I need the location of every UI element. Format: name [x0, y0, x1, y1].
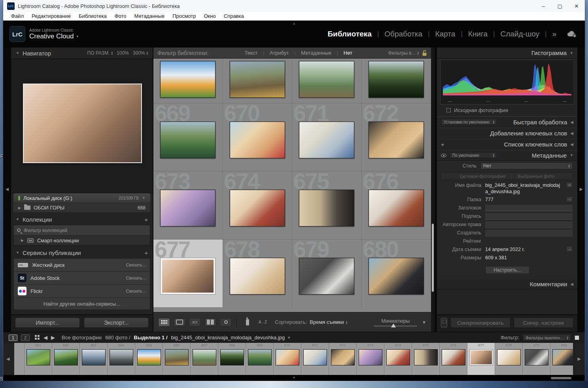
filter-tab-3[interactable]: Метаданные [298, 50, 335, 56]
histogram-header[interactable]: Гистограмма ▼ [437, 48, 577, 59]
filmstrip-cell-665[interactable]: 665 [135, 343, 163, 375]
metadata-field-input[interactable] [485, 221, 573, 228]
keywording-header[interactable]: Добавление ключевых слов ◀ [437, 127, 577, 139]
navigator-header[interactable]: ▼ Навигатор ПО РАЗМ. 100% 300% [11, 48, 153, 59]
menu-item-6[interactable]: Просмотр [168, 13, 200, 19]
slider-knob[interactable] [391, 323, 396, 327]
grid-shortcut-icon[interactable] [35, 335, 40, 340]
sync-settings-button[interactable]: Синхр. настроек [514, 318, 574, 328]
publish-service-connect-link[interactable]: Связать... [126, 276, 146, 280]
comments-header[interactable]: Комментарии ◀ [437, 278, 577, 289]
filmstrip-cell-675[interactable]: 675 [412, 343, 440, 375]
filmstrip-thumbnail[interactable] [26, 349, 50, 365]
filmstrip-thumbnail[interactable] [442, 349, 465, 365]
filmstrip-cell-674[interactable]: 674 [384, 343, 412, 375]
filmstrip-thumbnail[interactable] [386, 349, 410, 365]
grid-cell-669[interactable]: 669 [153, 103, 223, 171]
filmstrip-thumbnail[interactable] [331, 349, 355, 365]
checkbox-icon[interactable] [446, 108, 451, 112]
find-more-services-button[interactable]: Найти другие онлайн-сервисы... [14, 298, 150, 310]
filmstrip-cell-680[interactable]: 680 [550, 343, 573, 375]
publish-services-header[interactable]: ▼ Сервисы публикации + [11, 247, 153, 258]
collections-header[interactable]: ▼ Коллекции + [11, 214, 153, 225]
filmstrip-thumbnail[interactable] [110, 349, 133, 365]
quick-develop-header[interactable]: Установки по умолчанию Быстрая обработка… [437, 116, 577, 127]
painter-tool-button[interactable] [242, 318, 253, 327]
menu-item-7[interactable]: Окно [200, 13, 220, 19]
collapse-top-panel-arrow[interactable]: ▲ [292, 21, 296, 25]
photo-thumbnail[interactable] [160, 61, 216, 98]
grid-scrollbar-thumb[interactable] [432, 224, 434, 292]
filmstrip-thumbnail[interactable] [137, 349, 161, 365]
metadata-field-input[interactable] [485, 213, 573, 220]
menu-item-2[interactable]: Редактирование [28, 13, 75, 19]
filmstrip-cell-670[interactable]: 670 [274, 343, 301, 375]
original-photo-checkbox-row[interactable]: Исходная фотография [440, 105, 574, 115]
grid-cell-668[interactable] [362, 59, 431, 103]
filmstrip-thumbnail[interactable] [220, 349, 244, 365]
module-tab-5[interactable]: Слайд-шоу [501, 30, 540, 38]
filmstrip-thumbnail[interactable] [469, 349, 493, 365]
import-button[interactable]: Импорт... [15, 318, 80, 328]
grid-cell-665[interactable] [153, 59, 223, 103]
eye-icon[interactable] [441, 154, 446, 157]
metadata-field-input[interactable] [485, 230, 573, 236]
grid-cell-672[interactable]: 672 [362, 103, 431, 171]
grid-cell-666[interactable] [223, 59, 293, 103]
identity-dropdown-arrow[interactable]: ▾ [76, 34, 78, 38]
photo-thumbnail[interactable] [230, 61, 285, 98]
navigator-preview[interactable] [11, 59, 153, 193]
maximize-button[interactable]: ▢ [552, 0, 568, 12]
volume-browser-local-disk[interactable]: Локальный диск (G:) 221/339 ГБ ▼ [13, 193, 150, 203]
filmstrip-scroll-right-arrow[interactable]: ▶ [578, 356, 581, 361]
filmstrip-cell-673[interactable]: 673 [357, 343, 384, 375]
grid-cell-677[interactable]: 677 [153, 240, 223, 307]
add-collection-button[interactable]: + [144, 216, 148, 223]
open-list-icon[interactable]: ≡ [566, 182, 573, 188]
back-arrow-button[interactable]: ◀ [43, 335, 47, 340]
filmstrip-thumbnail[interactable] [248, 349, 272, 365]
collapse-bottom-panel-arrow[interactable]: ▼ [292, 376, 296, 380]
photo-thumbnail[interactable] [369, 190, 424, 226]
compare-view-button[interactable]: X|Y [189, 318, 201, 327]
menu-item-8[interactable]: Справка [220, 13, 248, 19]
photo-thumbnail[interactable] [369, 122, 424, 158]
photo-thumbnail[interactable] [299, 61, 354, 98]
navigator-fit-option[interactable]: ПО РАЗМ. [87, 50, 113, 56]
expand-arrow-icon[interactable]: ▶ [18, 206, 21, 210]
grid-cell-676[interactable]: 676 [362, 171, 431, 239]
publish-service-1[interactable]: Жесткий дискСвязать... [14, 259, 150, 272]
filmstrip-thumbnail[interactable] [525, 349, 548, 365]
module-tab-3[interactable]: Карта [435, 30, 456, 38]
photo-thumbnail[interactable] [160, 122, 216, 158]
keyword-list-header[interactable]: + Список ключевых слов ◀ [437, 139, 577, 150]
thumbnail-size-slider[interactable] [374, 325, 417, 327]
filter-tab-1[interactable]: Текст [241, 50, 261, 56]
survey-view-button[interactable] [204, 318, 216, 327]
module-overflow-chevron[interactable]: » [552, 30, 556, 38]
grid-cell-675[interactable]: 675 [292, 171, 362, 239]
filter-tab-4[interactable]: Нет [340, 50, 355, 56]
filmstrip-cell-677[interactable]: 677 [467, 343, 495, 375]
metadata-header[interactable]: По умолчанию Метаданные ▼ [437, 150, 577, 161]
add-keyword-button[interactable]: + [441, 141, 444, 148]
filmstrip-cell-664[interactable]: 664 [108, 343, 135, 375]
people-view-button[interactable] [220, 318, 232, 327]
customize-metadata-button[interactable]: Настроить... [485, 266, 529, 274]
filmstrip-thumbnail[interactable] [552, 349, 573, 365]
filmstrip-thumbnail[interactable] [165, 349, 189, 365]
module-tab-2[interactable]: Обработка [384, 30, 422, 38]
filmstrip-cell-679[interactable]: 679 [523, 343, 550, 375]
export-button[interactable]: Экспорт... [84, 318, 149, 328]
filmstrip-cell-668[interactable]: 668 [218, 343, 246, 375]
second-window-button[interactable]: 2 [21, 335, 30, 341]
go-to-arrow-icon[interactable]: → [566, 246, 573, 252]
selected-filename[interactable]: big_2445_oboi_krasivaja_molodaja_devushk… [171, 335, 291, 340]
filmstrip-thumbnail[interactable] [82, 349, 106, 365]
metadata-preset-dropdown[interactable]: По умолчанию [450, 152, 497, 158]
add-publish-service-button[interactable]: + [144, 249, 148, 256]
loupe-view-button[interactable] [174, 318, 185, 327]
folder-item-oboi-gory[interactable]: ▶ ОБОИ ГОРЫ 668 [13, 203, 150, 212]
quick-develop-preset-dropdown[interactable]: Установки по умолчанию [441, 119, 497, 125]
filmstrip-filter-dropdown[interactable]: Фильтры выключ... [523, 334, 571, 341]
